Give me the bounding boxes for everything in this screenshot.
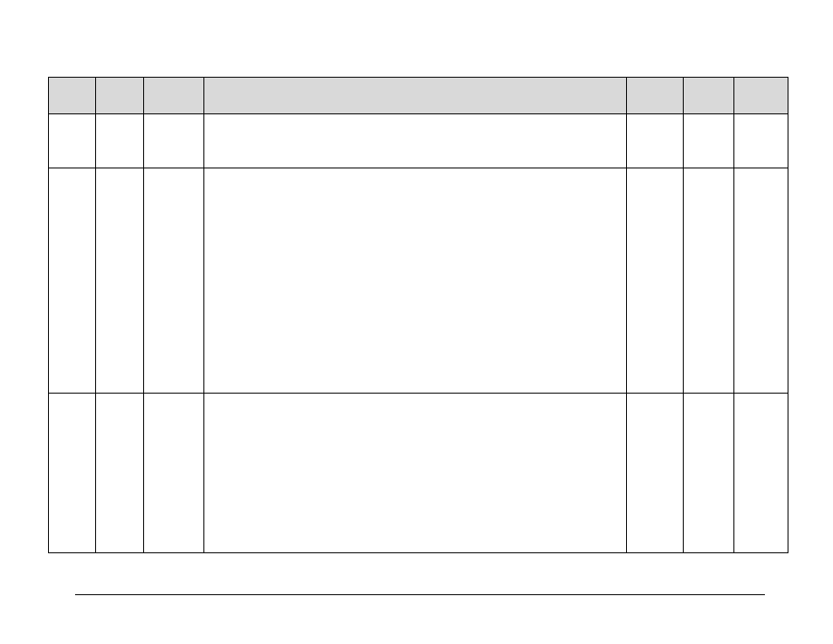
table-cell bbox=[684, 168, 734, 394]
table-cell bbox=[204, 114, 627, 168]
table-cell bbox=[49, 394, 96, 553]
table-cell bbox=[144, 394, 204, 553]
table-cell bbox=[49, 114, 96, 168]
table-cell bbox=[734, 168, 788, 394]
col-header-1 bbox=[96, 78, 144, 114]
table-cell bbox=[96, 168, 144, 394]
table-cell bbox=[684, 394, 734, 553]
table-cell bbox=[49, 168, 96, 394]
data-table bbox=[48, 77, 788, 553]
col-header-4 bbox=[627, 78, 684, 114]
col-header-2 bbox=[144, 78, 204, 114]
col-header-0 bbox=[49, 78, 96, 114]
table-cell bbox=[96, 114, 144, 168]
col-header-3 bbox=[204, 78, 627, 114]
table-cell bbox=[144, 114, 204, 168]
table-cell bbox=[627, 114, 684, 168]
table-cell bbox=[627, 394, 684, 553]
table-cell bbox=[96, 394, 144, 553]
table-row bbox=[49, 168, 788, 394]
table-row bbox=[49, 114, 788, 168]
col-header-5 bbox=[684, 78, 734, 114]
footer-rule bbox=[75, 594, 765, 595]
table-cell bbox=[144, 168, 204, 394]
table-cell bbox=[734, 394, 788, 553]
table-cell bbox=[627, 168, 684, 394]
table-header-row bbox=[49, 78, 788, 114]
table-cell bbox=[734, 114, 788, 168]
col-header-6 bbox=[734, 78, 788, 114]
page-content bbox=[48, 77, 788, 553]
table-cell bbox=[204, 168, 627, 394]
table-cell bbox=[204, 394, 627, 553]
table-row bbox=[49, 394, 788, 553]
table-cell bbox=[684, 114, 734, 168]
